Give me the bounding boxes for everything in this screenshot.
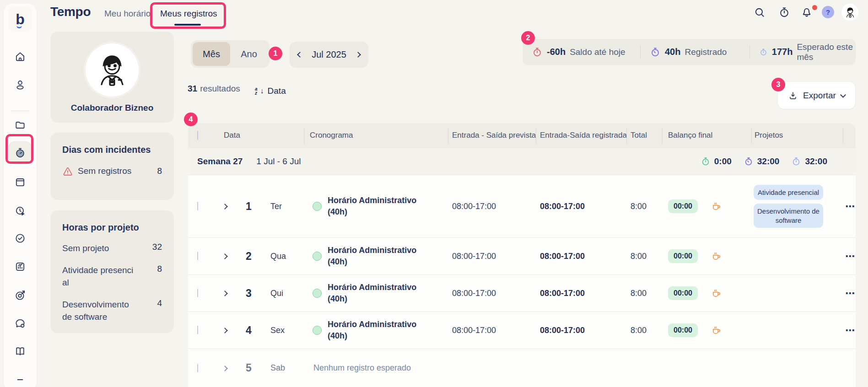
day-number: 1 [238, 200, 270, 213]
annotation-step-4: 4 [184, 113, 198, 126]
project-label: Sem projeto [62, 242, 135, 255]
collapse-icon[interactable] [14, 374, 26, 386]
balance-label: Saldo até hoje [570, 47, 625, 57]
row-menu-icon[interactable]: ⋯ [845, 288, 856, 299]
break-coffee-icon[interactable] [711, 250, 722, 262]
table-row[interactable]: 2 Qua Horário Administrativo (40h) 08:00… [188, 238, 856, 275]
project-chip[interactable]: Atividade presencial [754, 185, 823, 200]
results-count: 31 resultados [188, 84, 240, 94]
incidents-card-title: Dias com incidentes [62, 145, 162, 155]
registered-times: 08:00-17:00 [538, 289, 629, 298]
sort-alpha-icon: az [255, 87, 258, 96]
table-row[interactable]: 5 Sab Nenhum registro esperado [188, 349, 856, 387]
expand-row-icon[interactable] [222, 290, 228, 296]
week-expected: 32:00 [791, 156, 827, 167]
week-balance: 0:00 [701, 156, 732, 167]
calendar-icon[interactable] [14, 176, 26, 188]
project-value: 8 [157, 264, 162, 274]
column-header-projetos: Projetos [754, 130, 845, 140]
expand-row-icon[interactable] [222, 366, 228, 371]
notification-badge-dot [812, 5, 817, 10]
project-chip[interactable]: Desenvolvimento de software [754, 204, 823, 228]
tasks-icon[interactable] [14, 232, 26, 244]
period-year-option[interactable]: Ano [230, 42, 268, 66]
conversations-icon[interactable] [14, 317, 26, 329]
goals-icon[interactable] [14, 290, 26, 301]
stopwatch-purple-icon [650, 47, 661, 58]
project-label: Atividade presencial [62, 264, 135, 289]
project-hours-row: Sem projeto 32 [62, 242, 162, 255]
balance-badge: 00:00 [668, 199, 698, 213]
help-icon[interactable]: ? [822, 6, 834, 18]
next-month-icon[interactable] [355, 52, 361, 58]
annotation-step-2: 2 [521, 31, 535, 45]
reports-icon[interactable] [14, 261, 26, 273]
break-coffee-icon[interactable] [711, 287, 722, 299]
export-button[interactable]: Exportar [778, 82, 855, 109]
row-checkbox[interactable] [197, 252, 198, 260]
incident-row[interactable]: Sem registros 8 [62, 166, 162, 177]
annotation-step-3: 3 [771, 78, 785, 91]
page-title: Tempo [50, 5, 91, 19]
chevron-down-icon [840, 92, 846, 98]
documents-icon[interactable] [14, 119, 26, 131]
project-value: 4 [157, 298, 162, 308]
table-row[interactable]: 1 Ter Horário Administrativo (40h) 08:00… [188, 175, 856, 238]
week-label: Semana 27 [197, 156, 243, 167]
period-month-option[interactable]: Mês [193, 42, 230, 66]
project-hours-row: Desenvolvimento de software 4 [62, 298, 162, 323]
column-header-data[interactable]: Data [215, 130, 306, 140]
profile-avatar [86, 43, 139, 97]
break-coffee-icon[interactable] [711, 324, 722, 336]
break-coffee-icon[interactable] [711, 200, 722, 212]
sort-label: Data [268, 86, 286, 96]
knowledge-icon[interactable] [14, 345, 26, 357]
prev-month-icon[interactable] [297, 52, 303, 58]
period-toggle: Mês Ano [191, 40, 270, 68]
table-row[interactable]: 3 Qui Horário Administrativo (40h) 08:00… [188, 275, 856, 312]
tab-meu-horario[interactable]: Meu horário [104, 9, 151, 19]
expand-row-icon[interactable] [222, 253, 228, 259]
row-menu-icon[interactable]: ⋯ [845, 251, 856, 262]
row-checkbox[interactable] [197, 289, 198, 297]
weekday: Ter [270, 202, 306, 211]
sort-control[interactable]: az ↓ Data [255, 86, 286, 96]
user-avatar[interactable] [841, 4, 858, 21]
table-row[interactable]: 4 Sex Horário Administrativo (40h) 08:00… [188, 312, 856, 349]
select-all-checkbox[interactable] [197, 130, 198, 140]
hours-summary-bar: -60h Saldo até hoje 40h Registrado 177h … [523, 39, 856, 65]
annotation-box-tab [150, 2, 226, 29]
weekday: Qui [270, 289, 306, 298]
schedule-name: Horário Administrativo (40h) [328, 195, 426, 218]
row-menu-icon[interactable]: ⋯ [845, 325, 856, 336]
total-hours: 8:00 [629, 289, 664, 298]
row-checkbox[interactable] [197, 202, 198, 210]
expand-row-icon[interactable] [222, 204, 228, 210]
notifications-icon[interactable] [801, 6, 813, 18]
week-group-header[interactable]: Semana 27 1 Jul - 6 Jul 0:00 32:00 32:00 [188, 148, 856, 175]
schedule-status-dot [313, 289, 322, 298]
project-chips: Atividade presencial Desenvolvimento de … [754, 178, 845, 235]
row-menu-icon[interactable]: ⋯ [845, 201, 856, 212]
project-hours-row: Atividade presencial 8 [62, 264, 162, 289]
registered-times: 08:00-17:00 [538, 202, 629, 211]
people-icon[interactable] [14, 79, 26, 91]
time-tracking-icon[interactable] [14, 205, 26, 217]
column-header-total: Total [629, 130, 664, 140]
profile-card: Colaborador Bizneo [50, 32, 174, 123]
home-icon[interactable] [14, 50, 26, 62]
expected-value: 177h [772, 47, 793, 57]
current-period-label: Jul 2025 [312, 49, 346, 60]
expand-row-icon[interactable] [222, 328, 228, 333]
weekday: Sab [270, 363, 306, 373]
timer-icon[interactable] [778, 6, 790, 18]
incidents-card: Dias com incidentes Sem registros 8 [50, 133, 174, 200]
profile-name: Colaborador Bizneo [71, 103, 154, 113]
annotation-step-1: 1 [269, 47, 282, 60]
expected-times: 08:00-17:00 [450, 202, 538, 211]
row-checkbox[interactable] [197, 364, 198, 372]
app-logo[interactable]: b [8, 6, 32, 32]
search-icon[interactable] [754, 6, 766, 18]
schedule-name: Horário Administrativo (40h) [328, 282, 426, 305]
row-checkbox[interactable] [197, 326, 198, 334]
